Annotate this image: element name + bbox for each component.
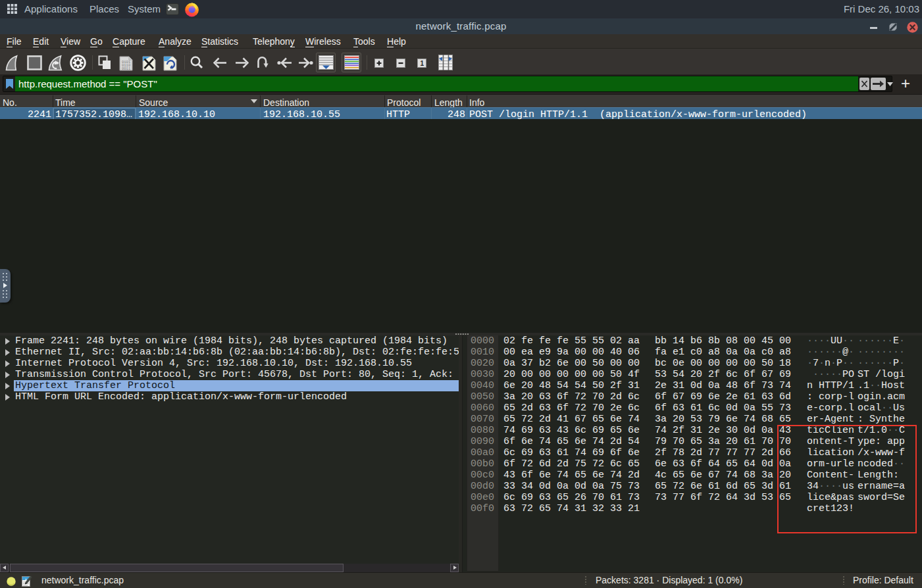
svg-text:1: 1: [420, 60, 424, 67]
svg-text:0011: 0011: [122, 66, 131, 71]
